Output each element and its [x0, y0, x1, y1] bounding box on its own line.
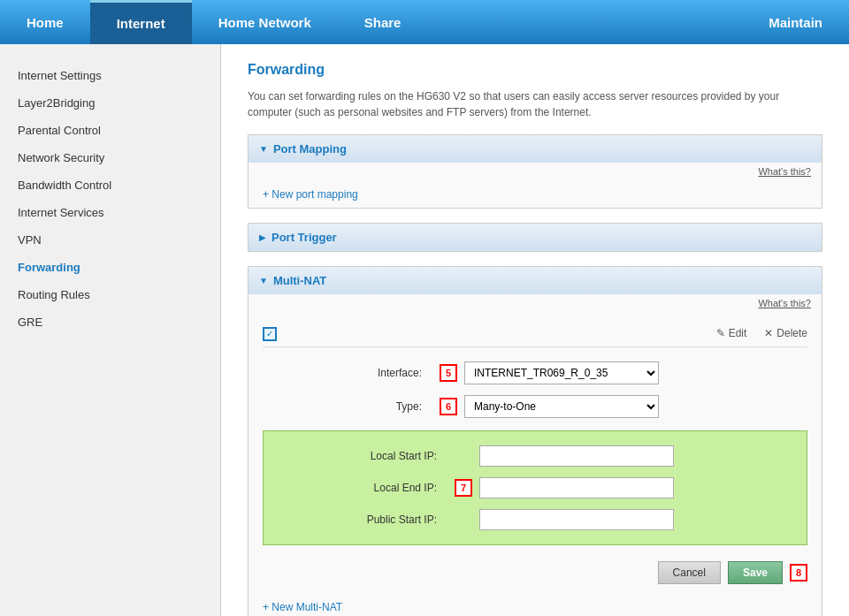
page-title: Forwarding: [248, 62, 822, 78]
type-select[interactable]: Many-to-One: [464, 395, 659, 418]
new-port-mapping-link[interactable]: + New port mapping: [263, 188, 358, 201]
button-area: Cancel Save 8: [263, 552, 807, 593]
local-end-ip-wrapper: 7: [455, 477, 674, 498]
top-navigation: Home Internet Home Network Share Maintai…: [0, 0, 849, 44]
main-content: Forwarding You can set forwarding rules …: [221, 44, 849, 616]
sidebar-item-gre[interactable]: GRE: [0, 308, 220, 336]
sidebar-item-layer2-bridging[interactable]: Layer2Bridging: [0, 89, 220, 117]
public-start-ip-wrapper: [455, 509, 674, 530]
sidebar: Internet Settings Layer2Bridging Parenta…: [0, 44, 221, 616]
port-mapping-header[interactable]: ▼ Port Mapping: [249, 135, 822, 163]
multi-nat-triangle: ▼: [259, 276, 268, 285]
public-start-ip-group: Public Start IP:: [278, 504, 792, 536]
main-layout: Internet Settings Layer2Bridging Parenta…: [0, 44, 849, 616]
sidebar-item-internet-services[interactable]: Internet Services: [0, 199, 220, 226]
page-description: You can set forwarding rules on the HG63…: [248, 88, 822, 120]
edit-icon: ✎: [716, 327, 725, 339]
local-start-ip-group: Local Start IP:: [278, 440, 792, 472]
nav-share[interactable]: Share: [338, 0, 428, 44]
nav-home[interactable]: Home: [0, 0, 90, 44]
port-mapping-triangle: ▼: [259, 144, 268, 154]
port-trigger-header[interactable]: ▶ Port Trigger: [249, 224, 822, 251]
local-end-ip-label: Local End IP:: [278, 482, 455, 494]
sidebar-item-routing-rules[interactable]: Routing Rules: [0, 281, 220, 308]
nat-checkbox[interactable]: ✓: [263, 327, 277, 341]
step-7-badge: 7: [455, 479, 472, 497]
sidebar-item-vpn[interactable]: VPN: [0, 226, 220, 254]
port-mapping-title: Port Mapping: [273, 142, 347, 156]
delete-button[interactable]: ✕ Delete: [764, 327, 807, 339]
cancel-button[interactable]: Cancel: [658, 561, 721, 584]
nat-checkbox-col: ✓: [263, 326, 298, 341]
ip-fields-section: Local Start IP: Local End IP: 7: [263, 430, 807, 545]
port-trigger-panel: ▶ Port Trigger: [248, 223, 822, 252]
port-mapping-content: + New port mapping: [249, 180, 822, 208]
interface-control-wrapper: 5 INTERNET_TR069_R_0_35: [440, 361, 659, 384]
type-group: Type: 6 Many-to-One: [263, 390, 807, 423]
save-button[interactable]: Save: [728, 561, 783, 584]
local-start-ip-input[interactable]: [479, 445, 674, 467]
sidebar-item-forwarding[interactable]: Forwarding: [0, 254, 220, 281]
nav-internet[interactable]: Internet: [90, 0, 192, 44]
step-6-badge: 6: [440, 398, 457, 415]
multi-nat-whats-this[interactable]: What's this?: [249, 294, 822, 312]
port-trigger-triangle: ▶: [259, 232, 266, 242]
sidebar-item-network-security[interactable]: Network Security: [0, 144, 220, 171]
local-end-ip-group: Local End IP: 7: [278, 472, 792, 504]
nav-home-network[interactable]: Home Network: [192, 0, 338, 44]
port-trigger-title: Port Trigger: [272, 231, 337, 244]
nat-actions: ✎ Edit ✕ Delete: [716, 327, 807, 339]
sidebar-item-internet-settings[interactable]: Internet Settings: [0, 62, 220, 89]
new-multi-nat-wrapper: + New Multi-NAT: [263, 593, 807, 617]
multi-nat-header[interactable]: ▼ Multi-NAT: [249, 267, 822, 294]
interface-select[interactable]: INTERNET_TR069_R_0_35: [464, 361, 659, 384]
local-start-ip-label: Local Start IP:: [278, 450, 455, 462]
sidebar-item-bandwidth-control[interactable]: Bandwidth Control: [0, 171, 220, 199]
multi-nat-panel: ▼ Multi-NAT What's this? ✓ ✎ Edit: [248, 266, 822, 616]
multi-nat-content: ✓ ✎ Edit ✕ Delete Int: [249, 312, 822, 616]
edit-label[interactable]: Edit: [729, 327, 747, 339]
sidebar-item-parental-control[interactable]: Parental Control: [0, 117, 220, 144]
edit-button[interactable]: ✎ Edit: [716, 327, 747, 339]
public-start-ip-label: Public Start IP:: [278, 513, 455, 526]
delete-label[interactable]: Delete: [776, 327, 807, 339]
port-mapping-panel: ▼ Port Mapping What's this? + New port m…: [248, 134, 822, 209]
multi-nat-title: Multi-NAT: [273, 274, 326, 287]
type-control-wrapper: 6 Many-to-One: [440, 395, 659, 418]
interface-label: Interface:: [263, 367, 440, 379]
new-multi-nat-link[interactable]: + New Multi-NAT: [263, 601, 342, 613]
delete-icon: ✕: [764, 327, 773, 339]
local-start-ip-wrapper: [455, 445, 674, 467]
public-start-ip-input[interactable]: [479, 509, 674, 530]
nat-row-header: ✓ ✎ Edit ✕ Delete: [263, 321, 807, 347]
local-end-ip-input[interactable]: [479, 477, 674, 498]
interface-group: Interface: 5 INTERNET_TR069_R_0_35: [263, 356, 807, 390]
step-8-badge: 8: [790, 564, 807, 582]
type-label: Type:: [263, 400, 440, 413]
step-5-badge: 5: [440, 364, 457, 382]
port-mapping-whats-this[interactable]: What's this?: [249, 163, 822, 180]
nav-maintain[interactable]: Maintain: [742, 0, 849, 44]
